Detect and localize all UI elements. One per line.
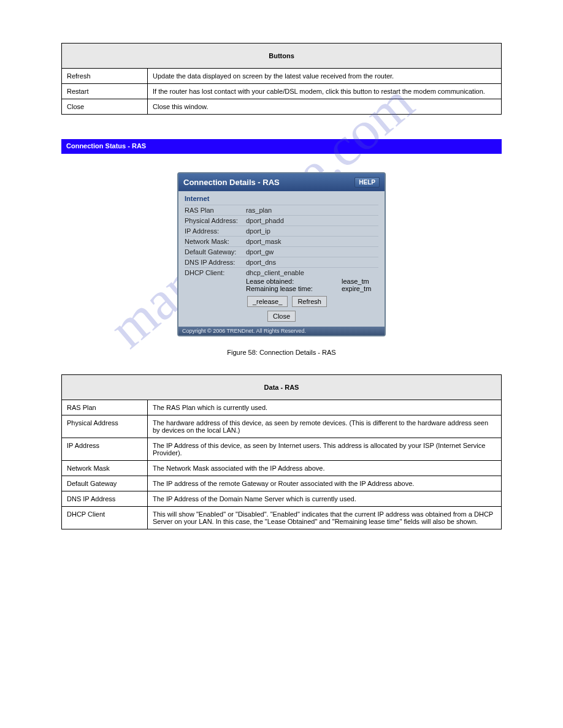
cell-desc: Close this window. xyxy=(148,99,502,115)
refresh-button[interactable]: Refresh xyxy=(292,296,327,307)
cell-desc: The RAS Plan which is currently used. xyxy=(148,400,502,415)
cell-desc: The IP Address of the Domain Name Server… xyxy=(148,491,502,507)
field-label: Network Mask: xyxy=(185,238,246,245)
field-value: dport_gw xyxy=(246,248,378,256)
subfield-label: Lease obtained: xyxy=(246,278,342,285)
subfield-label: Remaining lease time: xyxy=(246,285,342,292)
field-value: dhcp_client_enable xyxy=(246,269,378,276)
cell-label: DNS IP Address xyxy=(62,491,148,507)
cell-label: RAS Plan xyxy=(62,400,148,415)
cell-desc: The Network Mask associated with the IP … xyxy=(148,461,502,476)
page: manualslive.com Buttons RefreshUpdate th… xyxy=(0,0,563,728)
panel-section-heading: Internet xyxy=(185,195,378,202)
field-label: RAS Plan xyxy=(185,207,246,214)
cell-desc: The IP Address of this device, as seen b… xyxy=(148,438,502,461)
field-label: DNS IP Address: xyxy=(185,259,246,266)
cell-label: Network Mask xyxy=(62,461,148,476)
section-heading-bar: Connection Status - RAS xyxy=(61,139,502,154)
close-button[interactable]: Close xyxy=(267,311,296,322)
cell-label: IP Address xyxy=(62,438,148,461)
data-ras-table-header: Data - RAS xyxy=(62,375,502,400)
cell-desc: The IP address of the remote Gateway or … xyxy=(148,476,502,491)
subfield-value: lease_tm xyxy=(342,278,378,285)
panel-copyright: Copyright © 2006 TRENDnet. All Rights Re… xyxy=(178,327,385,335)
buttons-table: Buttons RefreshUpdate the data displayed… xyxy=(61,43,502,115)
field-label: Default Gateway: xyxy=(185,248,246,256)
field-value: dport_ip xyxy=(246,227,378,235)
field-value: dport_mask xyxy=(246,238,378,245)
buttons-table-header: Buttons xyxy=(62,44,502,69)
field-value: dport_dns xyxy=(246,259,378,266)
cell-desc: This will show "Enabled" or "Disabled". … xyxy=(148,507,502,529)
cell-desc: If the router has lost contact with your… xyxy=(148,84,502,99)
field-value: dport_phadd xyxy=(246,217,378,224)
cell-label: Refresh xyxy=(62,69,148,84)
cell-label: Close xyxy=(62,99,148,115)
field-label: Physical Address: xyxy=(185,217,246,224)
cell-desc: Update the data displayed on screen by t… xyxy=(148,69,502,84)
panel-body: Internet RAS Planras_plan Physical Addre… xyxy=(178,191,385,327)
help-button[interactable]: HELP xyxy=(354,177,380,188)
cell-label: Physical Address xyxy=(62,415,148,438)
data-ras-table: Data - RAS RAS PlanThe RAS Plan which is… xyxy=(61,374,502,529)
subfield-value: expire_tm xyxy=(342,285,378,292)
panel-title-bar: Connection Details - RAS HELP xyxy=(178,173,385,191)
cell-label: Default Gateway xyxy=(62,476,148,491)
connection-details-panel: Connection Details - RAS HELP Internet R… xyxy=(177,172,386,336)
field-label: DHCP Client: xyxy=(185,269,246,276)
figure-wrapper: Connection Details - RAS HELP Internet R… xyxy=(61,172,502,336)
field-label: IP Address: xyxy=(185,227,246,235)
figure-caption: Figure 58: Connection Details - RAS xyxy=(61,349,502,356)
panel-title-text: Connection Details - RAS xyxy=(183,178,280,187)
field-value: ras_plan xyxy=(246,207,378,214)
cell-label: Restart xyxy=(62,84,148,99)
release-button[interactable]: _release_ xyxy=(247,296,288,307)
cell-label: DHCP Client xyxy=(62,507,148,529)
cell-desc: The hardware address of this device, as … xyxy=(148,415,502,438)
